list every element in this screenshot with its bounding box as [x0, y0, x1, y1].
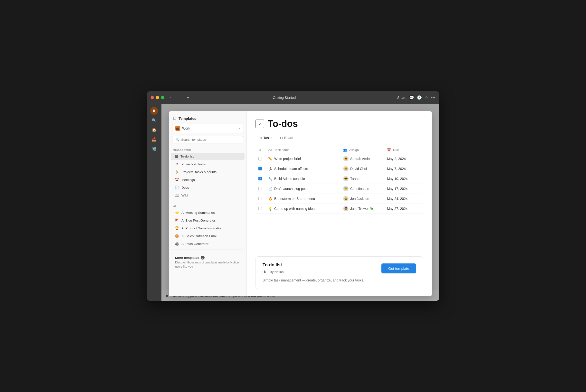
search-icon: 🔍 [175, 138, 179, 142]
main-content: ▶ This is a toggle block. Click the litt… [162, 104, 439, 301]
template-item-docs[interactable]: 📄 Docs [171, 184, 245, 191]
assign-avatar-5: 😄 [343, 196, 349, 201]
template-item-ai-meeting[interactable]: ⭐ AI Meeting Summaries [171, 209, 245, 216]
docs-icon: 📄 [175, 186, 179, 190]
more-templates-title: More templates ? [175, 256, 240, 260]
assign-col-label: Assign [349, 148, 359, 152]
template-description: Simple task management — create, organiz… [263, 278, 416, 283]
template-item-meetings[interactable]: 📅 Meetings [171, 176, 245, 183]
task-icon-4: 📄 [268, 187, 272, 191]
template-item-ai-pitch[interactable]: 🪨 AI Pitch Generator [171, 240, 245, 247]
ai-meeting-icon: ⭐ [175, 210, 179, 214]
due-date-6: May 27, 2024 [384, 204, 423, 214]
template-card: To-do list N By Notion Get template Simp… [256, 256, 423, 289]
assign-cell-5: 😄 Jen Jackson [343, 196, 381, 201]
due-col-icon: 📅 [387, 148, 391, 152]
modal-header: ☑ Templates [169, 111, 247, 124]
assign-name-1: Sohrab Amin [350, 157, 370, 161]
assign-name-5: Jen Jackson [350, 197, 369, 201]
template-item-wiki[interactable]: 📖 Wiki [171, 192, 245, 199]
history-icon[interactable]: 🕐 [417, 95, 422, 100]
table-row: ✓ 🔧 Build Admin console [256, 174, 423, 184]
get-template-button[interactable]: Get template [381, 264, 416, 274]
template-icon: ☑ [173, 116, 177, 121]
category-dropdown[interactable]: 💼 Work ▾ [172, 124, 243, 133]
task-name-5: Brainstorm on Share menu [274, 197, 315, 201]
task-name-2: Schedule team off-site [274, 167, 308, 171]
task-name-3: Build Admin console [274, 177, 305, 181]
template-item-sprints[interactable]: 🏃 Projects, tasks & sprints [171, 168, 245, 176]
ai-section-label: AI [169, 203, 247, 209]
titlebar-actions: Share 💬 🕐 ☆ ••• [397, 95, 435, 100]
template-item-ai-product[interactable]: 🏆 AI Product Name Inspiration [171, 224, 245, 232]
more-templates-description: Discover thousands of templates made by … [175, 260, 240, 269]
assign-cell-3: 😎 Tanner [343, 176, 381, 182]
by-notion: N By Notion [263, 269, 284, 274]
task-name-cell-2: 🏃 Schedule team off-site [268, 167, 337, 171]
assign-avatar-4: 😇 [343, 186, 349, 191]
row-checkbox-2[interactable] [258, 167, 262, 170]
row-checkbox-6[interactable] [258, 207, 262, 210]
table-row: ✏️ Write project brief 😐 Sohrab Amin [256, 154, 423, 164]
user-avatar[interactable]: B [150, 107, 158, 115]
template-item-ai-blog-label: AI Blog Post Generator [181, 219, 215, 222]
settings-nav-icon[interactable]: ⚙️ [150, 145, 158, 153]
template-item-todo-label: To-do list [181, 154, 194, 158]
chat-icon[interactable]: 💬 [409, 95, 414, 100]
assign-cell-2: 😊 David Choi [343, 166, 381, 172]
taskname-col-label: Task name [274, 148, 290, 152]
due-col-label: Due [393, 148, 399, 152]
modal-overlay: ☑ Templates 💼 Work ▾ 🔍 Suggested [162, 104, 439, 301]
task-name-6: Come up with naming ideas [274, 207, 316, 210]
todo-header: ✓ To-dos [256, 118, 423, 129]
search-input[interactable] [181, 138, 240, 142]
row-checkbox-5[interactable] [258, 197, 262, 200]
template-item-ai-blog[interactable]: 🚩 AI Blog Post Generator [171, 217, 245, 224]
task-icon-2: 🏃 [268, 167, 272, 171]
app-body: B 🔍 🏠 📥 ⚙️ ▶ This is a toggle block. Cli… [147, 104, 439, 301]
modal-sidebar: ☑ Templates 💼 Work ▾ 🔍 Suggested [169, 111, 247, 296]
task-name-1: Write project brief [274, 157, 301, 161]
task-name-cell-1: ✏️ Write project brief [268, 157, 337, 161]
template-item-todo[interactable]: To-do list [171, 153, 245, 160]
row-checkbox-1[interactable] [258, 157, 262, 160]
board-tab-icon: ⊟ [280, 136, 283, 140]
home-nav-icon[interactable]: 🏠 [150, 126, 158, 134]
modal-main: ✓ To-dos ⊞ Tasks ⊟ Board [247, 111, 432, 296]
wiki-icon: 📖 [175, 193, 179, 197]
assign-avatar-3: 😎 [343, 176, 349, 182]
template-item-projects[interactable]: ⊙ Projects & Tasks [171, 160, 245, 168]
bookmark-icon[interactable]: ☆ [425, 95, 428, 100]
inbox-nav-icon[interactable]: 📥 [150, 136, 158, 143]
assign-cell-6: 🧔 Jake Trower 🦎 [343, 206, 381, 211]
task-icon-6: 💡 [268, 207, 272, 210]
close-button[interactable] [151, 96, 154, 99]
category-icon: 💼 [175, 126, 180, 131]
table-row: 🏃 Schedule team off-site 😊 David Choi [256, 164, 423, 174]
assign-col-icon: 👥 [343, 148, 347, 152]
share-button[interactable]: Share [397, 96, 406, 100]
minimize-button[interactable] [156, 96, 159, 99]
ai-blog-icon: 🚩 [175, 218, 179, 222]
template-item-sprints-label: Projects, tasks & sprints [181, 170, 217, 174]
more-icon[interactable]: ••• [431, 96, 435, 100]
task-name-cell-6: 💡 Come up with naming ideas [268, 207, 337, 210]
ai-pitch-icon: 🪨 [175, 242, 179, 246]
template-card-title: To-do list [263, 262, 284, 268]
template-item-docs-label: Docs [181, 186, 189, 190]
task-icon-5: 🔥 [268, 197, 272, 201]
tasks-tab-icon: ⊞ [259, 136, 262, 140]
template-item-ai-sales[interactable]: 🎨 AI Sales Outreach Email [171, 232, 245, 240]
template-item-projects-label: Projects & Tasks [181, 162, 206, 166]
row-checkbox-4[interactable] [258, 187, 262, 190]
search-nav-icon[interactable]: 🔍 [150, 117, 158, 124]
maximize-button[interactable] [161, 96, 164, 99]
more-templates[interactable]: More templates ? Discover thousands of t… [171, 253, 245, 272]
titlebar: ← → + Getting Started Share 💬 🕐 ☆ ••• [147, 91, 439, 104]
row-checkbox-3[interactable]: ✓ [258, 177, 262, 180]
task-name-cell-4: 📄 Draft launch blog post [268, 187, 337, 191]
template-item-ai-product-label: AI Product Name Inspiration [181, 226, 223, 230]
tab-tasks[interactable]: ⊞ Tasks [256, 134, 276, 142]
table-row: 🔥 Brainstorm on Share menu 😄 Jen Jackson [256, 194, 423, 204]
tab-board[interactable]: ⊟ Board [276, 134, 297, 142]
